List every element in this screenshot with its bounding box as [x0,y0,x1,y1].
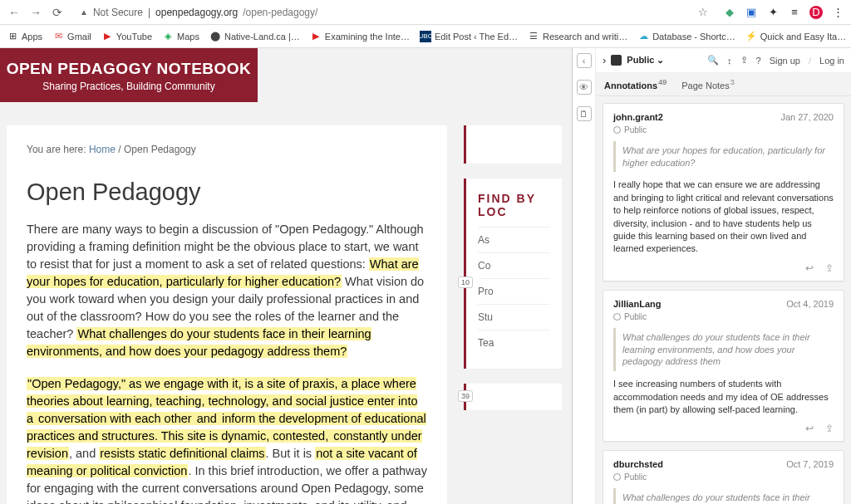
extension-icon[interactable]: ▣ [745,6,758,19]
reply-icon[interactable]: ↩ [805,423,814,434]
anno-scope: Public [613,472,834,482]
toggle-sidebar-icon[interactable]: ‹ [577,53,592,68]
list-item[interactable]: As [478,227,550,252]
bookmark-nativeland[interactable]: ⬤Native-Land.ca |… [209,31,300,42]
globe-icon [613,126,621,134]
note-icon[interactable]: 🗒 [577,106,592,121]
bookmark-editpost[interactable]: UBCEdit Post ‹ The Ed… [420,31,518,42]
article-para-1: There are many ways to begin a discussio… [27,221,427,360]
bookmark-gmail[interactable]: ✉Gmail [52,31,91,42]
highlight[interactable]: What challenges do your students face in… [27,327,371,358]
menu-icon[interactable]: ⋮ [831,6,844,19]
extension-icon[interactable]: ◆ [723,6,736,19]
site-banner[interactable]: OPEN PEDAGOGY NOTEBOOK Sharing Practices… [0,48,258,102]
list-item[interactable]: Pro [478,278,550,304]
anno-user[interactable]: john.grant2 [613,112,663,122]
apps-button[interactable]: ⊞Apps [7,31,42,42]
forward-button[interactable]: → [28,5,43,20]
article-para-2: "Open Pedagogy," as we engage with it, i… [27,375,427,504]
breadcrumb: You are here: Home / Open Pedagogy [27,144,427,155]
anno-quote: What are your hopes for education, parti… [613,141,834,173]
bookmark-research[interactable]: ☰Research and writi… [528,31,627,42]
sort-icon[interactable]: ↕ [727,56,732,66]
reply-icon[interactable]: ↩ [805,262,814,274]
annotation-count-badge: 10 [458,276,473,288]
back-button[interactable]: ← [7,5,22,20]
breadcrumb-home[interactable]: Home [89,144,116,155]
warning-icon: ▲ [80,7,88,17]
bookmark-maps[interactable]: ◈Maps [162,31,199,42]
annotation-card[interactable]: dburchstedOct 7, 2019 Public What challe… [603,450,844,504]
extension-icon[interactable]: ≡ [788,6,801,19]
anno-user[interactable]: dburchsted [613,459,663,469]
hypo-topbar: › Public ⌄ 🔍 ↕ ⇪ ? Sign up / Log in [596,48,851,73]
bookmark-youtube[interactable]: ▶YouTube [101,31,152,42]
find-card: 10 FIND BY LOC As Co Pro Stu Tea [464,179,562,369]
help-icon[interactable]: ? [756,56,761,66]
anno-quote: What challenges do your students face in… [613,488,834,504]
list-item[interactable]: Tea [478,330,550,355]
annotation-count-badge: 39 [458,390,473,402]
collapse-arrow-icon[interactable]: › [603,54,606,66]
find-title: FIND BY LOC [478,192,550,218]
bookmark-star-icon[interactable]: ☆ [698,6,708,18]
address-bar[interactable]: ▲ Not Secure | openpedagogy.org/open-ped… [71,3,716,22]
eye-icon[interactable]: 👁 [577,80,592,95]
anno-date: Oct 7, 2019 [786,459,834,469]
tab-annotations[interactable]: Annotations49 [604,78,667,91]
bookmark-examining[interactable]: ▶Examining the Inte… [310,31,410,42]
not-secure-label: Not Secure [93,7,143,18]
extension-icons: ◆ ▣ ✦ ≡ D ⋮ [723,6,844,19]
highlight[interactable]: resists static definitional claims [99,447,265,460]
sidebar-card: 39 [464,384,562,410]
anno-body: I really hope that we can ensure we are … [613,179,834,255]
anno-quote: What challenges do your students face in… [613,328,834,372]
site-title: OPEN PEDAGOGY NOTEBOOK [0,60,258,78]
share-icon[interactable]: ⇪ [740,55,748,66]
anno-scope: Public [613,312,834,321]
site-subtitle: Sharing Practices, Building Community [0,81,258,92]
extensions-menu-icon[interactable]: ✦ [766,6,780,19]
signup-link[interactable]: Sign up [770,56,800,66]
chevron-down-icon: ⌄ [657,55,664,65]
scope-selector[interactable]: Public ⌄ [627,55,664,66]
url-path: /open-pedagogy/ [243,7,317,18]
page-content: OPEN PEDAGOGY NOTEBOOK Sharing Practices… [0,48,572,504]
share-icon[interactable]: ⇪ [825,262,834,274]
breadcrumb-current: Open Pedagogy [124,144,196,155]
globe-icon [613,313,621,321]
annotation-card[interactable]: JillianLangOct 4, 2019 Public What chall… [603,290,844,443]
list-item[interactable]: Co [478,252,550,278]
browser-toolbar: ← → ⟳ ▲ Not Secure | openpedagogy.org/op… [0,0,851,25]
anno-user[interactable]: JillianLang [613,299,661,309]
search-card[interactable] [464,125,562,164]
anno-scope: Public [613,125,834,135]
sidebar-cards: 10 FIND BY LOC As Co Pro Stu Tea 39 [464,125,562,504]
bookmark-quickeasy[interactable]: ⚡Quick and Easy Ita… [745,31,846,42]
list-item[interactable]: Stu [478,304,550,330]
hypothesis-tools: ‹ 👁 🗒 [573,48,596,504]
hypothesis-sidebar: ‹ 👁 🗒 › Public ⌄ 🔍 ↕ ⇪ ? Sign up / Log i… [572,48,851,504]
profile-avatar[interactable]: D [809,6,823,19]
search-icon[interactable]: 🔍 [707,55,719,66]
article-heading: Open Pedagogy [27,179,427,206]
login-link[interactable]: Log in [819,56,844,66]
article: You are here: Home / Open Pedagogy Open … [7,125,447,504]
reload-button[interactable]: ⟳ [50,5,65,20]
hypo-tabs: Annotations49 Page Notes3 [596,73,851,96]
bookmark-database[interactable]: ☁Database - Shortc… [637,31,735,42]
anno-body: I see increasing numbers of students wit… [613,378,834,416]
globe-icon [611,55,622,66]
anno-date: Jan 27, 2020 [780,112,834,122]
highlight[interactable]: conversation with each other [37,412,193,425]
bookmarks-bar: ⊞Apps ✉Gmail ▶YouTube ◈Maps ⬤Native-Land… [0,25,851,48]
url-host: openpedagogy.org [155,7,238,18]
annotations-list[interactable]: john.grant2Jan 27, 2020 Public What are … [596,96,851,504]
globe-icon [613,473,621,481]
tab-page-notes[interactable]: Page Notes3 [681,78,735,91]
annotation-card[interactable]: john.grant2Jan 27, 2020 Public What are … [603,103,844,281]
share-icon[interactable]: ⇪ [825,423,834,434]
anno-date: Oct 4, 2019 [786,299,834,309]
